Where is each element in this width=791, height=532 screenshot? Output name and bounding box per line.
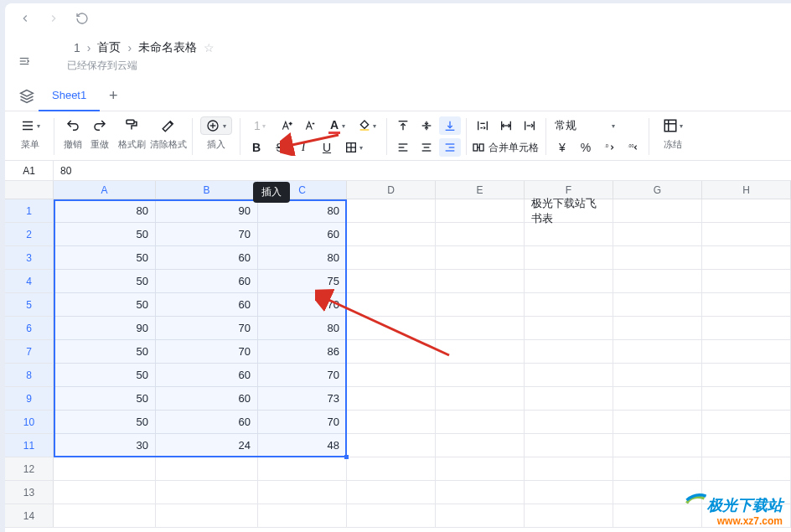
cell[interactable]: 50 (54, 293, 156, 316)
halign-left-button[interactable] (392, 138, 414, 157)
col-header-A[interactable]: A (54, 181, 156, 199)
number-format-dropdown[interactable]: 常规▾ (551, 116, 618, 135)
inc-dec-button[interactable]: .00 (622, 138, 644, 157)
row-header[interactable]: 3 (5, 246, 54, 269)
font-size-inc-button[interactable]: + (276, 116, 297, 135)
cell[interactable] (613, 457, 702, 480)
underline-button[interactable]: U (316, 138, 338, 157)
currency-button[interactable]: ¥ (551, 138, 573, 157)
nav-forward-button[interactable] (45, 10, 62, 27)
cell[interactable]: 50 (54, 364, 156, 386)
cell[interactable] (436, 387, 525, 410)
cell[interactable] (54, 504, 156, 527)
cell[interactable]: 50 (54, 340, 156, 363)
font-size-dec-button[interactable]: - (299, 116, 321, 135)
cell[interactable] (54, 457, 156, 480)
cell[interactable]: 70 (156, 223, 258, 245)
row-header[interactable]: 10 (5, 411, 54, 433)
dec-dec-button[interactable]: .0 (598, 138, 620, 157)
cell-reference[interactable]: A1 (5, 161, 54, 180)
font-color-dropdown[interactable]: A▾ (323, 116, 351, 135)
cell[interactable] (347, 457, 436, 480)
overflow-button[interactable] (495, 116, 517, 135)
cell[interactable] (702, 293, 791, 316)
layers-icon[interactable] (15, 89, 39, 104)
cell[interactable] (613, 317, 702, 339)
col-header-B[interactable]: B (156, 181, 258, 199)
clear-format-button[interactable]: 清除格式 (150, 116, 187, 151)
breadcrumb-doc[interactable]: 未命名表格 (138, 40, 197, 55)
col-header-D[interactable]: D (347, 181, 436, 199)
cell[interactable] (436, 457, 525, 480)
cell[interactable] (258, 481, 347, 504)
cell[interactable] (347, 434, 436, 457)
row-header[interactable]: 13 (5, 481, 54, 504)
col-header-H[interactable]: H (702, 181, 791, 199)
undo-button[interactable]: 撤销 (59, 116, 86, 151)
cell[interactable]: 60 (156, 387, 258, 410)
cell[interactable] (436, 434, 525, 457)
halign-center-button[interactable] (416, 138, 437, 157)
cell[interactable] (258, 504, 347, 527)
selection-handle[interactable] (344, 455, 349, 459)
cell[interactable]: 90 (54, 317, 156, 339)
valign-top-button[interactable] (392, 116, 414, 135)
cell[interactable] (613, 246, 702, 269)
cell[interactable] (347, 223, 436, 245)
cell[interactable] (525, 223, 613, 245)
cell[interactable] (702, 411, 791, 433)
drawer-toggle-icon[interactable] (17, 55, 32, 67)
cell[interactable] (347, 387, 436, 410)
cell[interactable] (613, 364, 702, 386)
cell[interactable] (347, 246, 436, 269)
cell[interactable] (702, 317, 791, 339)
cell[interactable] (436, 411, 525, 433)
cell[interactable] (702, 199, 791, 222)
grid-body[interactable]: 1809080极光下载站飞书表2507060350608045060755506… (5, 199, 791, 528)
row-header[interactable]: 4 (5, 270, 54, 292)
strike-button[interactable]: S (269, 138, 291, 157)
cell[interactable]: 60 (156, 411, 258, 433)
cell[interactable] (436, 481, 525, 504)
cell[interactable] (258, 457, 347, 480)
breadcrumb-home[interactable]: 首页 (97, 40, 121, 55)
cell[interactable] (347, 340, 436, 363)
cell[interactable] (347, 481, 436, 504)
cell[interactable] (436, 223, 525, 245)
cell[interactable] (525, 340, 613, 363)
cell[interactable] (613, 293, 702, 316)
cell[interactable]: 70 (258, 293, 347, 316)
cell[interactable]: 50 (54, 411, 156, 433)
cell[interactable] (702, 246, 791, 269)
cell[interactable] (436, 340, 525, 363)
cell[interactable]: 极光下载站飞书表 (525, 199, 613, 222)
cell[interactable] (436, 317, 525, 339)
cell[interactable] (525, 293, 613, 316)
format-painter-button[interactable]: 格式刷 (113, 116, 150, 151)
cell[interactable]: 73 (258, 387, 347, 410)
spreadsheet-grid[interactable]: ABCDEFGH 1809080极光下载站飞书表2507060350608045… (5, 181, 791, 532)
redo-button[interactable]: 重做 (86, 116, 113, 151)
cell[interactable] (347, 293, 436, 316)
cell[interactable]: 80 (258, 246, 347, 269)
cell[interactable]: 80 (258, 317, 347, 339)
cell[interactable]: 90 (156, 199, 258, 222)
select-all-corner[interactable] (5, 181, 54, 199)
clip-button[interactable] (519, 116, 540, 135)
cell[interactable] (436, 293, 525, 316)
cell[interactable]: 70 (258, 411, 347, 433)
wrap-button[interactable] (472, 116, 494, 135)
reload-button[interactable] (74, 10, 90, 27)
cell[interactable] (347, 199, 436, 222)
cell[interactable]: 70 (156, 317, 258, 339)
cell[interactable] (702, 434, 791, 457)
cell[interactable]: 48 (258, 434, 347, 457)
cell[interactable]: 75 (258, 270, 347, 292)
cell[interactable] (525, 434, 613, 457)
col-header-G[interactable]: G (613, 181, 702, 199)
row-header[interactable]: 12 (5, 457, 54, 480)
cell[interactable]: 60 (156, 246, 258, 269)
cell[interactable] (613, 434, 702, 457)
valign-mid-button[interactable] (416, 116, 437, 135)
cell[interactable] (54, 481, 156, 504)
